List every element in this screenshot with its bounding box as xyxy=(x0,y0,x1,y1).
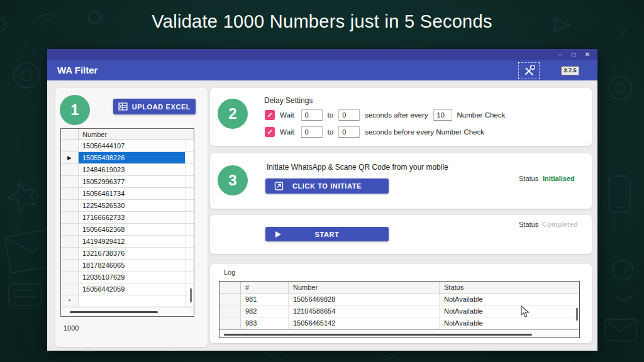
number-row[interactable]: 15056444107 xyxy=(61,140,194,152)
wait-after-checkbox[interactable]: ✓ xyxy=(265,110,275,120)
number-cell[interactable]: 15056462368 xyxy=(79,224,186,235)
launch-icon xyxy=(274,182,284,191)
before-to-input[interactable] xyxy=(338,126,360,138)
before-text: seconds before every Number Check xyxy=(365,128,484,136)
number-row[interactable]: 15056442059 xyxy=(61,283,194,295)
number-cell[interactable]: 15056442059 xyxy=(79,283,186,295)
row-header-cell[interactable] xyxy=(61,164,79,175)
row-header-cell[interactable] xyxy=(61,272,79,283)
wait-label: Wait xyxy=(280,111,294,119)
number-cell[interactable]: 15056461734 xyxy=(79,188,186,199)
start-status-value: Completed xyxy=(542,221,578,228)
number-cell[interactable]: 12484619023 xyxy=(79,164,186,175)
log-id-cell: 981 xyxy=(241,293,289,305)
number-row[interactable]: 15056461734 xyxy=(61,188,194,200)
initiate-panel: 3 Initiate WhatsApp & Scane QR Code from… xyxy=(210,153,592,209)
after-to-input[interactable] xyxy=(338,109,360,121)
log-hscroll-thumb[interactable] xyxy=(224,334,532,336)
before-from-input[interactable] xyxy=(301,126,323,138)
upload-excel-label: UPLOAD EXCEL xyxy=(132,103,191,111)
number-row[interactable]: 18178246065 xyxy=(61,260,194,272)
row-header-cell[interactable] xyxy=(61,248,79,259)
log-row-header-cell xyxy=(219,317,241,329)
number-cell[interactable]: 15055498226 xyxy=(79,152,186,163)
log-status-cell: NotAvailable xyxy=(440,293,579,305)
log-col-id[interactable]: # xyxy=(241,282,289,293)
log-panel: Log # Number Status 98115056469828NotAva… xyxy=(210,264,592,343)
number-row[interactable]: ▶15055498226 xyxy=(61,152,194,164)
row-header-cell[interactable] xyxy=(61,283,79,295)
initiate-instruction: Initiate WhatsApp & Scane QR Code from y… xyxy=(267,163,448,172)
maximize-icon[interactable]: □ xyxy=(570,52,577,58)
start-button[interactable]: START xyxy=(265,227,389,241)
number-cell[interactable]: 12254526530 xyxy=(79,200,186,211)
grid-horizontal-scrollbar[interactable] xyxy=(61,307,194,316)
upload-excel-button[interactable]: UPLOAD EXCEL xyxy=(113,99,196,114)
minimize-icon[interactable]: – xyxy=(556,52,564,58)
wrench-screwdriver-icon xyxy=(523,65,535,77)
row-header-cell[interactable] xyxy=(61,140,79,151)
app-bar: WA Filter 2.7.5 xyxy=(47,60,597,80)
row-header-cell[interactable] xyxy=(61,176,79,187)
log-row[interactable]: 98315056465142NotAvailable xyxy=(219,317,579,329)
start-status-label: Status xyxy=(519,221,538,228)
number-row[interactable]: 17166662733 xyxy=(61,212,194,224)
numbers-grid-header: Number xyxy=(61,129,194,140)
log-col-number[interactable]: Number xyxy=(289,282,440,293)
number-row[interactable]: 14194929412 xyxy=(61,236,194,248)
window-titlebar: – □ ✕ xyxy=(47,49,597,60)
number-cell[interactable]: 14194929412 xyxy=(79,236,186,247)
log-id-cell: 983 xyxy=(241,317,289,329)
number-check-label: Number Check xyxy=(457,111,506,119)
row-selector-arrow-icon[interactable]: ▶ xyxy=(61,152,79,163)
log-row[interactable]: 98115056469828NotAvailable xyxy=(219,293,579,305)
wait-label: Wait xyxy=(280,128,294,136)
number-row[interactable]: 12484619023 xyxy=(61,164,194,176)
number-row[interactable]: 12035107629 xyxy=(61,272,194,283)
click-to-initiate-label: CLICK TO INITIATE xyxy=(292,182,362,190)
number-cell[interactable] xyxy=(79,295,186,307)
row-header-cell[interactable] xyxy=(61,224,79,235)
numbers-grid-body: 15056444107▶1505549822612484619023150529… xyxy=(61,140,194,307)
close-icon[interactable]: ✕ xyxy=(584,52,591,58)
row-header-cell[interactable] xyxy=(61,200,79,211)
numbers-panel: 1 UPLOAD EXCEL Number 15056444107▶150554… xyxy=(55,88,208,347)
number-cell[interactable]: 18178246065 xyxy=(79,260,186,271)
mouse-cursor xyxy=(521,305,531,318)
log-vertical-scrollbar[interactable] xyxy=(576,308,578,321)
log-col-status[interactable]: Status xyxy=(440,282,579,293)
log-horizontal-scrollbar[interactable] xyxy=(219,329,579,337)
row-header-cell[interactable] xyxy=(61,212,79,223)
app-title: WA Filter xyxy=(57,65,97,75)
every-count-input[interactable] xyxy=(433,109,452,121)
number-cell[interactable]: 17166662733 xyxy=(79,212,186,223)
row-header-cell[interactable] xyxy=(61,260,79,271)
play-icon xyxy=(274,231,282,238)
number-cell[interactable]: 12035107629 xyxy=(79,272,186,283)
new-row[interactable]: * xyxy=(61,295,194,307)
number-cell[interactable]: 13216738376 xyxy=(79,248,186,259)
row-header-cell[interactable] xyxy=(61,236,79,247)
number-cell[interactable]: 15052996377 xyxy=(79,176,186,187)
log-id-cell: 982 xyxy=(241,305,289,317)
number-row[interactable]: 13216738376 xyxy=(61,248,194,260)
number-cell[interactable]: 15056444107 xyxy=(79,140,186,151)
wait-before-checkbox[interactable]: ✓ xyxy=(265,127,275,137)
number-row[interactable]: 12254526530 xyxy=(61,200,194,212)
after-from-input[interactable] xyxy=(301,109,323,121)
grid-vertical-scrollbar[interactable] xyxy=(190,288,192,302)
numbers-grid: Number 15056444107▶150554982261248461902… xyxy=(60,128,194,317)
step-3-badge: 3 xyxy=(218,165,248,195)
number-row[interactable]: 15052996377 xyxy=(61,176,194,188)
log-status-cell: NotAvailable xyxy=(440,305,579,317)
number-row[interactable]: 15056462368 xyxy=(61,224,194,236)
grid-corner-cell[interactable] xyxy=(61,129,79,140)
initiate-status-value: Initialised xyxy=(543,175,575,182)
click-to-initiate-button[interactable]: CLICK TO INITIATE xyxy=(265,178,389,194)
number-column-header[interactable]: Number xyxy=(79,129,194,140)
row-header-cell[interactable] xyxy=(61,188,79,199)
settings-button[interactable] xyxy=(518,62,540,79)
log-row-header-cell xyxy=(219,305,241,317)
step-1-badge: 1 xyxy=(60,95,90,125)
grid-hscroll-thumb[interactable] xyxy=(70,311,158,313)
